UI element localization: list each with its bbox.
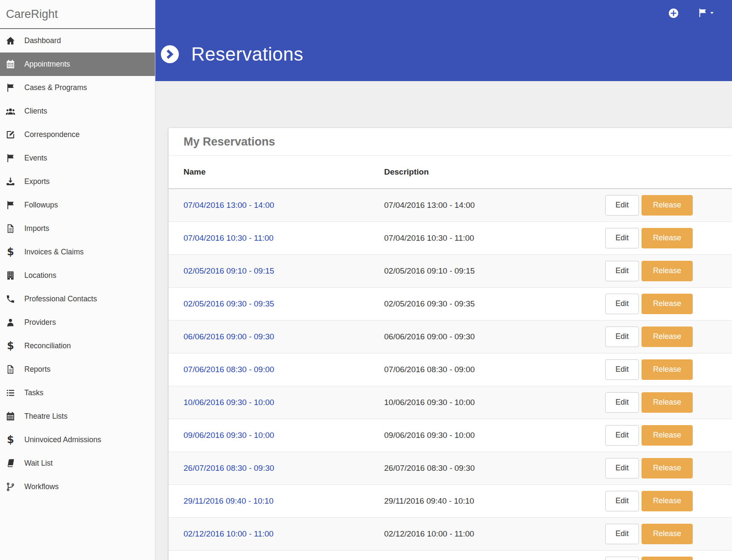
sidebar-item-theatre-lists[interactable]: Theatre Lists — [0, 405, 155, 428]
release-button[interactable]: Release — [642, 557, 693, 560]
calendar-icon — [6, 59, 15, 69]
edit-button[interactable]: Edit — [605, 195, 639, 216]
edit-button[interactable]: Edit — [605, 458, 639, 478]
dollar-icon — [6, 435, 15, 445]
table-row: 10/06/2016 09:30 - 10:00 10/06/2016 09:3… — [169, 386, 732, 419]
reservation-link[interactable]: 02/12/2016 10:00 - 11:00 — [184, 529, 274, 538]
reservation-description: 02/05/2016 09:30 - 09:35 — [384, 299, 605, 309]
release-button[interactable]: Release — [642, 458, 693, 478]
home-icon — [6, 36, 15, 46]
sidebar-item-clients[interactable]: Clients — [0, 99, 155, 123]
edit-button[interactable]: Edit — [605, 524, 639, 544]
reservation-description: 07/04/2016 13:00 - 14:00 — [384, 201, 605, 210]
sidebar-item-label: Followups — [24, 201, 58, 210]
reservation-link[interactable]: 07/04/2016 13:00 - 14:00 — [184, 201, 274, 210]
sidebar-item-reconciliation[interactable]: Reconciliation — [0, 334, 155, 358]
card-title: My Reservations — [169, 128, 732, 156]
table-row: 02/05/2016 09:30 - 09:35 02/05/2016 09:3… — [169, 287, 732, 320]
download-icon — [6, 177, 15, 187]
edit-button[interactable]: Edit — [605, 359, 639, 380]
flag-icon — [6, 200, 15, 210]
table-row: 06/06/2016 09:00 - 09:30 06/06/2016 09:0… — [169, 320, 732, 353]
sidebar-item-tasks[interactable]: Tasks — [0, 381, 155, 405]
row-actions: Edit Release — [605, 327, 732, 347]
release-button[interactable]: Release — [642, 261, 693, 281]
release-button[interactable]: Release — [642, 327, 693, 347]
sidebar-item-followups[interactable]: Followups — [0, 193, 155, 217]
row-actions: Edit Release — [605, 392, 732, 413]
row-actions: Edit Release — [605, 491, 732, 511]
sidebar-item-reports[interactable]: Reports — [0, 358, 155, 381]
row-actions: Edit Release — [605, 425, 732, 446]
app-logo: CareRight — [0, 0, 155, 29]
flag-icon — [6, 83, 15, 93]
edit-button[interactable]: Edit — [605, 557, 639, 560]
edit-button[interactable]: Edit — [605, 392, 639, 413]
release-button[interactable]: Release — [642, 491, 693, 511]
sidebar-nav: Dashboard Appointments Cases & Programs … — [0, 29, 155, 499]
my-reservations-card: My Reservations Name Description 07/04/2… — [169, 128, 732, 560]
sidebar-item-providers[interactable]: Providers — [0, 311, 155, 334]
reservation-link[interactable]: 07/04/2016 10:30 - 11:00 — [184, 233, 274, 242]
edit-button[interactable]: Edit — [605, 261, 639, 281]
reservation-link[interactable]: 06/06/2016 09:00 - 09:30 — [184, 332, 274, 341]
flag-icon — [6, 153, 15, 163]
flag-menu-button[interactable] — [697, 8, 715, 18]
table-row: 02/12/2016 10:00 - 11:00 02/12/2016 10:0… — [169, 517, 732, 550]
release-button[interactable]: Release — [642, 195, 693, 216]
table-row: 26/07/2016 08:30 - 09:30 26/07/2016 08:3… — [169, 452, 732, 484]
main-content: Reservations My Reservations Name Descri… — [155, 0, 732, 560]
table-row: 07/04/2016 10:30 - 11:00 07/04/2016 10:3… — [169, 222, 732, 254]
calendar-icon — [6, 411, 15, 421]
sidebar-item-appointments[interactable]: Appointments — [0, 52, 155, 76]
table-row: 07/06/2016 08:30 - 09:00 07/06/2016 08:3… — [169, 353, 732, 386]
sidebar-item-cases-programs[interactable]: Cases & Programs — [0, 76, 155, 99]
release-button[interactable]: Release — [642, 524, 693, 544]
edit-button[interactable]: Edit — [605, 294, 639, 314]
edit-button[interactable]: Edit — [605, 491, 639, 511]
edit-button[interactable]: Edit — [605, 228, 639, 248]
reservation-description: 02/12/2016 10:00 - 11:00 — [384, 529, 605, 539]
sidebar-item-label: Clients — [24, 107, 47, 116]
sidebar-item-label: Uninvoiced Admissions — [24, 435, 101, 444]
sidebar-item-label: Appointments — [24, 60, 70, 69]
reservation-link[interactable]: 29/11/2016 09:40 - 10:10 — [184, 496, 274, 505]
sidebar: CareRight Dashboard Appointments Cases &… — [0, 0, 155, 560]
sidebar-item-events[interactable]: Events — [0, 146, 155, 170]
row-actions: Edit Release — [605, 359, 732, 380]
row-actions: Edit Release — [605, 261, 732, 281]
sidebar-item-workflows[interactable]: Workflows — [0, 475, 155, 499]
reservation-description: 02/05/2016 09:10 - 09:15 — [384, 266, 605, 276]
sidebar-item-invoices-claims[interactable]: Invoices & Claims — [0, 240, 155, 264]
sidebar-item-imports[interactable]: Imports — [0, 217, 155, 240]
release-button[interactable]: Release — [642, 228, 693, 248]
sidebar-item-professional-contacts[interactable]: Professional Contacts — [0, 287, 155, 311]
sidebar-item-uninvoiced-admissions[interactable]: Uninvoiced Admissions — [0, 428, 155, 452]
add-button[interactable] — [668, 8, 679, 19]
edit-button[interactable]: Edit — [605, 327, 639, 347]
reservation-link[interactable]: 10/06/2016 09:30 - 10:00 — [184, 398, 274, 407]
reservation-link[interactable]: 07/06/2016 08:30 - 09:00 — [184, 365, 274, 374]
file-icon — [6, 365, 15, 374]
sidebar-item-wait-list[interactable]: Wait List — [0, 452, 155, 475]
reservation-link[interactable]: 26/07/2016 08:30 - 09:30 — [184, 464, 274, 472]
edit-button[interactable]: Edit — [605, 425, 639, 446]
sidebar-item-label: Professional Contacts — [24, 295, 97, 303]
file-icon — [6, 224, 15, 233]
release-button[interactable]: Release — [642, 359, 693, 380]
row-actions: Edit Release — [605, 458, 732, 478]
reservation-description: 07/06/2016 08:30 - 09:00 — [384, 365, 605, 374]
sidebar-item-dashboard[interactable]: Dashboard — [0, 29, 155, 52]
sidebar-item-locations[interactable]: Locations — [0, 264, 155, 287]
reservation-link[interactable]: 02/05/2016 09:10 - 09:15 — [184, 266, 274, 275]
sidebar-item-correspondence[interactable]: Correspondence — [0, 123, 155, 146]
sidebar-item-exports[interactable]: Exports — [0, 170, 155, 193]
release-button[interactable]: Release — [642, 425, 693, 446]
sidebar-item-label: Locations — [24, 271, 56, 280]
sidebar-item-label: Invoices & Claims — [24, 248, 84, 257]
row-actions: Edit Release — [605, 294, 732, 314]
release-button[interactable]: Release — [642, 392, 693, 413]
release-button[interactable]: Release — [642, 294, 693, 314]
reservation-link[interactable]: 02/05/2016 09:30 - 09:35 — [184, 299, 274, 308]
reservation-link[interactable]: 09/06/2016 09:30 - 10:00 — [184, 431, 274, 440]
